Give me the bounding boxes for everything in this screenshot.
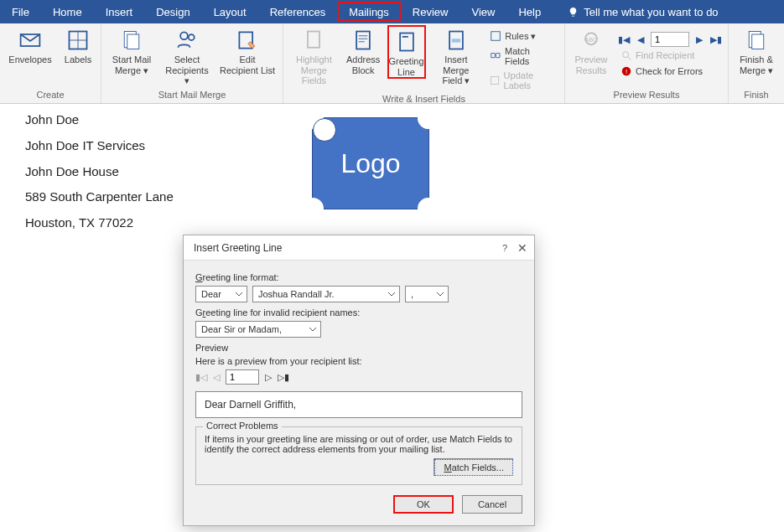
- tab-mailings[interactable]: Mailings: [337, 2, 401, 22]
- insert-merge-icon: [444, 28, 468, 52]
- finish-merge-button[interactable]: Finish & Merge ▾: [734, 25, 779, 75]
- svg-point-22: [623, 52, 629, 58]
- nav-prev-button[interactable]: ◀: [634, 33, 647, 46]
- envelopes-button[interactable]: Envelopes: [5, 25, 55, 65]
- address-block-icon: [351, 28, 375, 52]
- punctuation-select[interactable]: ,: [405, 286, 449, 302]
- highlight-icon: [302, 28, 325, 52]
- chevron-down-icon: [235, 290, 243, 298]
- nav-page-input[interactable]: [651, 32, 689, 47]
- update-labels-button[interactable]: Update Labels: [486, 69, 559, 92]
- logo-shape: Logo: [312, 117, 429, 209]
- tell-me[interactable]: Tell me what you want to do: [556, 0, 729, 23]
- chevron-down-icon: [436, 290, 444, 298]
- match-fields-icon: [490, 50, 501, 62]
- svg-line-23: [628, 57, 631, 60]
- insert-merge-field-button[interactable]: Insert Merge Field ▾: [431, 25, 482, 86]
- envelope-icon: [18, 28, 42, 52]
- doc-line: 589 South Carpenter Lane: [25, 184, 174, 210]
- edit-recipient-list-button[interactable]: Edit Recipient List: [217, 25, 278, 75]
- close-icon[interactable]: ✕: [517, 241, 527, 255]
- group-preview-label: Preview Results: [570, 88, 723, 103]
- labels-icon: [66, 28, 90, 52]
- tab-view[interactable]: View: [459, 0, 506, 23]
- greeting-line-button[interactable]: Greeting Line: [387, 25, 426, 79]
- check-errors-icon: !: [620, 65, 632, 77]
- svg-rect-5: [127, 34, 139, 49]
- labels-button[interactable]: Labels: [60, 25, 96, 65]
- svg-text:!: !: [626, 68, 627, 75]
- svg-point-6: [180, 32, 188, 39]
- preview-results-button[interactable]: ABC Preview Results: [570, 25, 612, 75]
- doc-line: John Doe IT Services: [25, 133, 174, 159]
- invalid-label: Greeting line for invalid recipient name…: [195, 307, 522, 318]
- preview-first-button[interactable]: ▮◁: [195, 371, 207, 383]
- group-start-label: Start Mail Merge: [106, 88, 278, 103]
- preview-last-button[interactable]: ▷▮: [278, 371, 289, 383]
- ribbon: Envelopes Labels Create Start Mail Merge…: [0, 23, 784, 104]
- start-mail-merge-button[interactable]: Start Mail Merge ▾: [106, 25, 157, 75]
- group-write-label: Write & Insert Fields: [288, 92, 559, 107]
- check-errors-button[interactable]: !Check for Errors: [617, 64, 723, 79]
- tab-review[interactable]: Review: [401, 0, 460, 23]
- tab-insert[interactable]: Insert: [94, 0, 145, 23]
- preview-index-input[interactable]: [226, 369, 259, 385]
- dialog-titlebar: Insert Greeting Line ? ✕: [184, 235, 534, 261]
- match-fields-dialog-button[interactable]: Match Fields...: [434, 459, 513, 476]
- preview-next-button[interactable]: ▷: [262, 371, 274, 383]
- highlight-merge-fields-button[interactable]: Highlight Merge Fields: [288, 25, 340, 86]
- rules-button[interactable]: Rules ▾: [486, 28, 559, 44]
- rules-icon: [490, 30, 501, 42]
- tab-home[interactable]: Home: [41, 0, 94, 23]
- chevron-down-icon: [309, 325, 317, 333]
- address-block-button[interactable]: Address Block: [345, 25, 382, 75]
- search-icon: [620, 49, 632, 61]
- update-labels-icon: [490, 75, 500, 86]
- find-recipient-button[interactable]: Find Recipient: [617, 48, 723, 63]
- svg-rect-18: [491, 32, 501, 41]
- tab-design[interactable]: Design: [144, 0, 201, 23]
- tab-layout[interactable]: Layout: [202, 0, 258, 23]
- group-finish-label: Finish: [734, 88, 779, 103]
- lightbulb-icon: [568, 7, 579, 18]
- svg-rect-9: [308, 32, 319, 48]
- doc-line: Houston, TX 77022: [25, 210, 174, 236]
- help-icon[interactable]: ?: [502, 243, 507, 253]
- finish-merge-icon: [745, 28, 768, 52]
- invalid-select[interactable]: Dear Sir or Madam,: [195, 321, 321, 338]
- tab-references[interactable]: References: [258, 0, 337, 23]
- logo-text: Logo: [313, 118, 428, 209]
- tabstrip: File Home Insert Design Layout Reference…: [0, 0, 784, 23]
- preview-text: Dear Darnell Griffith,: [195, 391, 522, 418]
- salutation-select[interactable]: Dear: [195, 286, 247, 302]
- group-create: Envelopes Labels Create: [0, 23, 101, 103]
- tell-me-label: Tell me what you want to do: [584, 6, 718, 18]
- nav-first-button[interactable]: ▮◀: [617, 33, 631, 46]
- svg-rect-10: [356, 32, 370, 49]
- document-body: John Doe John Doe IT Services John Doe H…: [25, 107, 174, 236]
- correct-problems-text: If items in your greeting line are missi…: [205, 434, 513, 454]
- edit-list-icon: [236, 28, 259, 52]
- tab-file[interactable]: File: [0, 0, 41, 23]
- preview-icon: ABC: [579, 28, 603, 52]
- nav-next-button[interactable]: ▶: [693, 33, 706, 46]
- preview-prev-button[interactable]: ◁: [210, 371, 222, 383]
- select-recipients-button[interactable]: Select Recipients ▾: [162, 25, 212, 86]
- ok-button[interactable]: OK: [393, 495, 454, 514]
- chevron-down-icon: [387, 290, 396, 298]
- format-label: GGreeting line format:reeting line forma…: [195, 272, 522, 282]
- cancel-button[interactable]: Cancel: [462, 495, 522, 514]
- insert-greeting-line-dialog: Insert Greeting Line ? ✕ GGreeting line …: [183, 235, 535, 526]
- name-format-select[interactable]: Joshua Randall Jr.: [252, 286, 400, 302]
- match-fields-button[interactable]: Match Fields: [486, 44, 559, 68]
- tab-help[interactable]: Help: [506, 0, 553, 23]
- svg-rect-19: [491, 76, 499, 84]
- correct-problems-title: Correct Problems: [203, 421, 282, 431]
- preview-nav: ▮◁ ◁ ▷ ▷▮: [195, 369, 522, 385]
- svg-rect-14: [400, 34, 413, 51]
- svg-rect-27: [752, 34, 764, 49]
- preview-hint: Here is a preview from your recipient li…: [195, 356, 522, 366]
- nav-last-button[interactable]: ▶▮: [709, 33, 723, 46]
- svg-text:ABC: ABC: [585, 37, 597, 43]
- preview-label: Preview: [195, 343, 522, 353]
